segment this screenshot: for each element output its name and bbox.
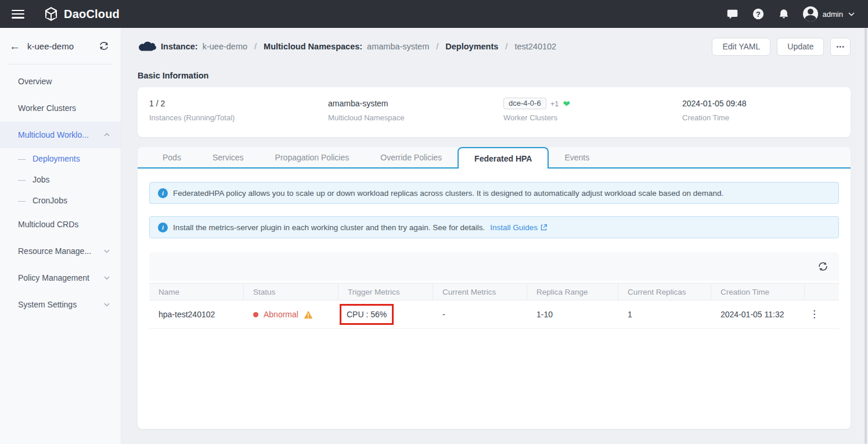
tab-override-policies[interactable]: Override Policies xyxy=(365,147,458,167)
column-header-replica-range: Replica Range xyxy=(527,284,618,300)
worker-clusters-label: Worker Clusters xyxy=(503,113,682,122)
creation-time-cell: 2024-01-05 11:32 xyxy=(711,300,805,328)
page-scrollbar[interactable] xyxy=(865,28,867,444)
namespace-label: Multicloud Namespace xyxy=(328,113,503,122)
switch-cluster-icon[interactable] xyxy=(99,41,109,51)
sub-item-dash-icon: — xyxy=(18,196,26,205)
sub-item-dash-icon: — xyxy=(18,155,26,163)
metrics-server-info-banner: i Install the metrics-server plugin in e… xyxy=(149,216,839,238)
tab-propagation-policies[interactable]: Propagation Policies xyxy=(260,147,365,167)
update-button[interactable]: Update xyxy=(777,38,824,56)
annotation-highlight-box: CPU : 56% xyxy=(340,304,394,325)
breadcrumb-deployments[interactable]: Deployments xyxy=(445,42,498,51)
table-row: hpa-test240102 Abnormal CPU : 56% - 1-10… xyxy=(149,300,839,329)
detail-card: Pods Services Propagation Policies Overr… xyxy=(138,147,851,429)
more-actions-button[interactable]: ••• xyxy=(830,38,851,56)
replica-range-cell: 1-10 xyxy=(527,300,618,328)
sidebar-item-overview[interactable]: Overview xyxy=(0,68,121,95)
chevron-down-icon xyxy=(103,301,110,308)
chevron-down-icon xyxy=(848,10,855,18)
brand-name: DaoCloud xyxy=(64,8,120,21)
chat-icon[interactable] xyxy=(726,8,739,20)
daocloud-cube-icon xyxy=(44,6,59,22)
user-name: admin xyxy=(823,10,843,19)
basic-information-title: Basic Information xyxy=(138,71,208,80)
breadcrumb: Instance: k-uee-demo / Multicloud Namesp… xyxy=(138,40,556,53)
breadcrumb-instance-value[interactable]: k-uee-demo xyxy=(203,42,247,51)
current-metrics-cell: - xyxy=(433,300,527,328)
instances-value: 1 / 2 xyxy=(149,97,328,110)
sidebar-item-worker-clusters[interactable]: Worker Clusters xyxy=(0,95,121,121)
info-icon: i xyxy=(158,188,168,198)
federatedhpa-info-banner: i FederatedHPA policy allows you to scal… xyxy=(149,182,839,204)
instances-field: 1 / 2 Instances (Running/Total) xyxy=(149,97,328,137)
sidebar-item-deployments[interactable]: —Deployments xyxy=(0,148,121,169)
tab-pods[interactable]: Pods xyxy=(147,147,197,167)
creation-time-field: 2024-01-05 09:48 Creation Time xyxy=(682,97,851,137)
breadcrumb-namespaces-value[interactable]: amamba-system xyxy=(367,42,429,51)
cluster-tag[interactable]: dce-4-0-6 xyxy=(503,98,546,109)
install-guides-link[interactable]: Install Guides xyxy=(490,223,548,232)
tab-events[interactable]: Events xyxy=(549,147,605,167)
warning-icon[interactable] xyxy=(304,310,313,319)
hamburger-menu-icon[interactable] xyxy=(12,10,24,19)
edit-yaml-button[interactable]: Edit YAML xyxy=(712,38,770,56)
table-header: Name Status Trigger Metrics Current Metr… xyxy=(149,283,839,300)
sidebar-item-system-settings[interactable]: System Settings xyxy=(0,291,121,318)
row-kebab-menu-icon[interactable]: ⋮ xyxy=(805,311,839,317)
info-icon: i xyxy=(158,223,168,232)
chevron-down-icon xyxy=(103,274,110,281)
topbar: DaoCloud ? admin xyxy=(0,0,868,28)
sidebar: ← k-uee-demo Overview Worker Clusters Mu… xyxy=(0,28,121,444)
federatedhpa-info-text: FederatedHPA policy allows you to scale … xyxy=(173,189,723,198)
external-link-icon xyxy=(540,224,548,231)
column-header-name: Name xyxy=(149,284,244,300)
svg-text:?: ? xyxy=(756,10,761,19)
trigger-metrics-cell: CPU : 56% xyxy=(338,300,433,328)
column-header-current-metrics: Current Metrics xyxy=(433,284,527,300)
cluster-extra-count[interactable]: +1 xyxy=(550,99,559,108)
column-header-status: Status xyxy=(244,284,338,300)
worker-clusters-field: dce-4-0-6 +1 ❤ Worker Clusters xyxy=(503,97,682,137)
basic-information-card: 1 / 2 Instances (Running/Total) amamba-s… xyxy=(138,87,851,137)
breadcrumb-resource-name: test240102 xyxy=(514,42,556,51)
breadcrumb-namespaces-label: Multicloud Namespaces: xyxy=(264,42,362,51)
chevron-up-icon xyxy=(103,131,110,138)
help-icon[interactable]: ? xyxy=(752,8,765,20)
sidebar-item-policy-management[interactable]: Policy Management xyxy=(0,264,121,291)
cloud-icon xyxy=(138,40,156,53)
user-menu[interactable]: admin xyxy=(803,6,855,22)
sidebar-item-cronjobs[interactable]: —CronJobs xyxy=(0,190,121,211)
column-header-current-replicas: Current Replicas xyxy=(618,284,711,300)
breadcrumb-instance-label: Instance: xyxy=(161,42,198,51)
chevron-down-icon xyxy=(103,248,110,255)
sidebar-item-multicloud-crds[interactable]: Multicloud CRDs xyxy=(0,211,121,238)
current-replicas-cell: 1 xyxy=(618,300,711,328)
sidebar-item-resource-management[interactable]: Resource Manage... xyxy=(0,238,121,264)
sidebar-item-jobs[interactable]: —Jobs xyxy=(0,169,121,190)
bell-icon[interactable] xyxy=(777,8,790,20)
tab-bar: Pods Services Propagation Policies Overr… xyxy=(138,147,851,169)
status-cell: Abnormal xyxy=(244,300,338,328)
brand-logo[interactable]: DaoCloud xyxy=(44,6,120,22)
table-toolbar xyxy=(149,252,839,281)
creation-time-label: Creation Time xyxy=(682,113,851,122)
metrics-server-info-text: Install the metrics-server plugin in eac… xyxy=(173,223,485,232)
tab-services[interactable]: Services xyxy=(197,147,260,167)
health-heart-icon: ❤ xyxy=(563,99,570,108)
refresh-icon[interactable] xyxy=(817,261,829,272)
status-text: Abnormal xyxy=(264,310,298,319)
namespace-value: amamba-system xyxy=(328,97,503,110)
column-header-trigger-metrics: Trigger Metrics xyxy=(338,284,433,300)
sidebar-item-multicloud-workloads[interactable]: Multicloud Worklo... xyxy=(0,121,121,148)
main-content: Instance: k-uee-demo / Multicloud Namesp… xyxy=(121,28,868,444)
creation-time-value: 2024-01-05 09:48 xyxy=(682,97,851,110)
status-dot-icon xyxy=(253,312,258,317)
trigger-metrics-value: CPU : 56% xyxy=(347,310,387,319)
hpa-name-cell[interactable]: hpa-test240102 xyxy=(149,300,244,328)
back-arrow-icon[interactable]: ← xyxy=(9,41,20,52)
tab-federated-hpa[interactable]: Federated HPA xyxy=(458,147,549,169)
namespace-field: amamba-system Multicloud Namespace xyxy=(328,97,503,137)
sub-item-dash-icon: — xyxy=(18,176,26,184)
instances-label: Instances (Running/Total) xyxy=(149,113,328,122)
